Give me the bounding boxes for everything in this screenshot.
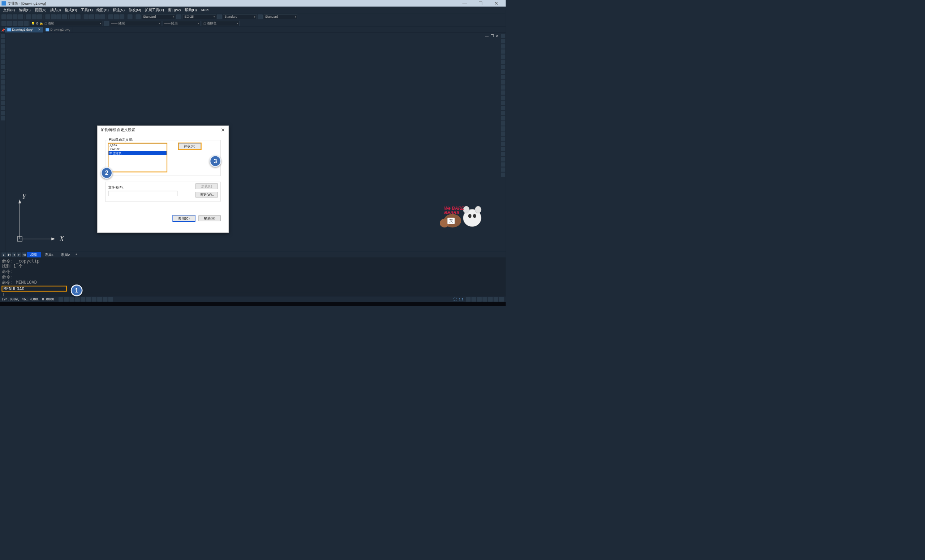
array-icon[interactable] xyxy=(501,54,505,59)
line-icon[interactable] xyxy=(1,34,5,38)
linetype-combo[interactable]: —— 随层▾ xyxy=(110,21,161,26)
customize-icon[interactable] xyxy=(499,297,504,302)
dim-baseline-icon[interactable] xyxy=(501,157,505,161)
menu-insert[interactable]: 插入(I) xyxy=(48,7,63,14)
annot-scale-icon[interactable]: ⛶ xyxy=(453,297,457,301)
hardware-icon[interactable] xyxy=(488,297,493,302)
doc-tab-drawing1[interactable]: Drawing1.dwg* ✕ xyxy=(5,27,43,32)
dim-radius-icon[interactable] xyxy=(501,137,505,141)
tab-close-icon[interactable]: ✕ xyxy=(38,28,41,32)
cut-icon[interactable] xyxy=(45,15,50,19)
preview-icon[interactable] xyxy=(32,15,36,19)
ellipse-icon[interactable] xyxy=(1,75,5,80)
layer-combo[interactable]: 💡 ⚙ 🔒 ◻ 随层▾ xyxy=(30,21,102,26)
move-icon[interactable] xyxy=(501,60,505,64)
layerstate-icon[interactable] xyxy=(7,21,12,26)
undo-icon[interactable] xyxy=(70,15,75,19)
pan-icon[interactable] xyxy=(84,15,89,19)
dialog-titlebar[interactable]: 加载/卸载 自定义设置 ✕ xyxy=(98,126,229,134)
laycur-icon[interactable] xyxy=(104,21,109,26)
point-icon[interactable] xyxy=(1,90,5,95)
rotate-icon[interactable] xyxy=(501,65,505,69)
zoom-icon[interactable] xyxy=(89,15,94,19)
dim-linear-icon[interactable] xyxy=(501,116,505,121)
scale-icon[interactable] xyxy=(501,70,505,74)
hatch-icon[interactable] xyxy=(1,96,5,100)
offset-icon[interactable] xyxy=(501,50,505,54)
block-icon[interactable] xyxy=(1,85,5,90)
mleader-combo[interactable]: Standard▾ xyxy=(264,15,297,19)
extend-icon[interactable] xyxy=(501,85,505,90)
tolerance-icon[interactable] xyxy=(501,173,505,177)
toolpal-icon[interactable] xyxy=(120,15,124,19)
polygon-icon[interactable] xyxy=(1,44,5,48)
minimize-button[interactable]: — xyxy=(457,0,473,7)
dim-arc-icon[interactable] xyxy=(501,126,505,131)
dim-angular-icon[interactable] xyxy=(501,147,505,151)
break-icon[interactable] xyxy=(501,90,505,95)
layout-first-icon[interactable]: ▮◂ xyxy=(7,252,11,257)
dyn-toggle-icon[interactable] xyxy=(97,297,102,302)
matchprop-icon[interactable] xyxy=(62,15,67,19)
osnap-toggle-icon[interactable] xyxy=(81,297,85,302)
lock-ui-icon[interactable] xyxy=(482,297,487,302)
copy-obj-icon[interactable] xyxy=(501,39,505,44)
otrack-toggle-icon[interactable] xyxy=(86,297,91,302)
ellipsearc-icon[interactable] xyxy=(1,80,5,84)
lineweight-combo[interactable]: —— 随层▾ xyxy=(163,21,200,26)
menu-ext[interactable]: 扩展工具(X) xyxy=(143,7,166,14)
join-icon[interactable] xyxy=(501,96,505,100)
custom-groups-listbox[interactable]: APP+ ZWCAD 中望建筑 xyxy=(108,143,167,172)
menu-window[interactable]: 窗口(W) xyxy=(166,7,182,14)
explode-icon[interactable] xyxy=(501,111,505,115)
save-icon[interactable] xyxy=(13,15,17,19)
menu-help[interactable]: 帮助(H) xyxy=(183,7,199,14)
maximize-button[interactable]: ☐ xyxy=(473,0,488,7)
tablestyle-icon[interactable] xyxy=(217,15,222,19)
close-dialog-button[interactable]: 关闭(C) xyxy=(173,216,195,221)
layout-collapse-icon[interactable]: ▴ xyxy=(2,252,6,257)
mirror-icon[interactable] xyxy=(501,44,505,48)
ws-switch-icon[interactable] xyxy=(477,297,482,302)
copy-icon[interactable] xyxy=(51,15,56,19)
annot-auto-icon[interactable] xyxy=(472,297,476,302)
layerprev-icon[interactable] xyxy=(18,21,23,26)
close-button[interactable]: ✕ xyxy=(488,0,505,7)
polar-toggle-icon[interactable] xyxy=(75,297,80,302)
arc-icon[interactable] xyxy=(1,54,5,59)
design-icon[interactable] xyxy=(114,15,119,19)
command-history[interactable]: 命令: _copyclip 找到 1 个 命令: 命令: 命令: MENULOA… xyxy=(0,257,506,285)
menu-modify[interactable]: 修改(M) xyxy=(127,7,143,14)
snap-toggle-icon[interactable] xyxy=(59,297,63,302)
render-icon[interactable] xyxy=(128,15,132,19)
model-toggle-icon[interactable] xyxy=(108,297,113,302)
drawing-canvas[interactable]: — ❐ ✕ Y X 加载/卸载 自定义设置 ✕ 已加载自定义 xyxy=(6,33,500,252)
region-icon[interactable] xyxy=(1,106,5,110)
scale-display[interactable]: 1:1 xyxy=(459,297,464,301)
color-combo[interactable]: ◻ 随颜色▾ xyxy=(202,21,240,26)
print-icon[interactable] xyxy=(26,15,31,19)
help-button[interactable]: 帮助(H) xyxy=(199,216,221,221)
menu-appplus[interactable]: APP+ xyxy=(199,7,212,14)
doc-tab-drawing2[interactable]: Drawing2.dwg xyxy=(44,27,72,32)
grid-toggle-icon[interactable] xyxy=(64,297,69,302)
textstyle-icon[interactable] xyxy=(136,15,140,19)
tab-model[interactable]: 模型 xyxy=(27,252,41,257)
menu-view[interactable]: 视图(V) xyxy=(33,7,48,14)
dim-diameter-icon[interactable] xyxy=(501,142,505,146)
filename-input[interactable] xyxy=(108,191,178,196)
menu-tools[interactable]: 工具(T) xyxy=(79,7,95,14)
ortho-toggle-icon[interactable] xyxy=(70,297,74,302)
dim-continue-icon[interactable] xyxy=(501,162,505,167)
props-icon[interactable] xyxy=(108,15,113,19)
spline-icon[interactable] xyxy=(1,70,5,74)
mtext-icon[interactable] xyxy=(1,116,5,121)
zoomprev-icon[interactable] xyxy=(101,15,105,19)
dim-ordinate-icon[interactable] xyxy=(501,131,505,136)
revcloud-icon[interactable] xyxy=(1,65,5,69)
open-icon[interactable] xyxy=(7,15,12,19)
trim-icon[interactable] xyxy=(501,80,505,84)
menu-file[interactable]: 文件(F) xyxy=(1,7,17,14)
circle-icon[interactable] xyxy=(1,60,5,64)
menu-dim[interactable]: 标注(N) xyxy=(111,7,127,14)
